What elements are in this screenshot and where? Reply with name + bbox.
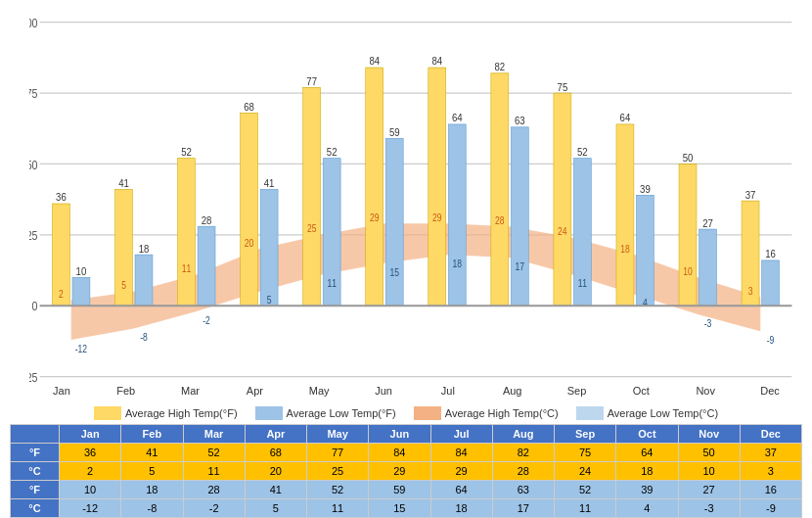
table-header-nov: Nov xyxy=(678,425,740,444)
svg-text:50: 50 xyxy=(29,158,38,171)
table-header-oct: Oct xyxy=(616,425,678,444)
svg-text:17: 17 xyxy=(516,261,524,272)
svg-rect-20 xyxy=(303,87,321,306)
svg-rect-28 xyxy=(554,93,571,306)
svg-text:20: 20 xyxy=(245,238,253,249)
grid-and-bars: -250255075100364152687784848275645037101… xyxy=(29,10,802,383)
svg-text:16: 16 xyxy=(765,248,776,260)
svg-rect-36 xyxy=(72,277,90,306)
table-cell-0-7: 82 xyxy=(492,444,554,462)
table-cell-0-4: 77 xyxy=(307,444,369,462)
table-row-3: °C-12-8-2511151817114-3-9 xyxy=(11,499,802,518)
table-cell-2-5: 59 xyxy=(369,481,430,499)
x-label-jan: Jan xyxy=(34,385,88,397)
table-header-apr: Apr xyxy=(245,425,306,444)
table-row-2: °F101828415259646352392716 xyxy=(11,481,802,499)
svg-rect-54 xyxy=(636,195,654,306)
table-cell-3-2: -2 xyxy=(183,499,245,518)
table-cell-0-6: 84 xyxy=(430,444,492,462)
table-cell-3-0: -12 xyxy=(60,499,121,518)
svg-text:-25: -25 xyxy=(29,370,38,383)
svg-text:75: 75 xyxy=(558,80,568,93)
table-row-label-1: °C xyxy=(11,462,60,481)
chart-inner: -250255075100364152687784848275645037101… xyxy=(29,10,802,400)
svg-text:36: 36 xyxy=(56,191,67,204)
table-cell-1-10: 10 xyxy=(678,462,740,481)
table-header-jan: Jan xyxy=(60,425,121,444)
svg-rect-38 xyxy=(135,255,153,306)
svg-text:2: 2 xyxy=(59,289,64,300)
table-cell-0-5: 84 xyxy=(369,444,430,462)
x-label-mar: Mar xyxy=(163,385,217,397)
table-cell-1-8: 24 xyxy=(555,462,616,481)
legend-label-1: Average Low Temp(°F) xyxy=(287,407,396,419)
table-cell-0-11: 37 xyxy=(740,444,801,462)
table-cell-0-0: 36 xyxy=(60,444,121,462)
legend-item-3: Average Low Temp(°C) xyxy=(576,406,718,420)
svg-text:77: 77 xyxy=(306,74,317,87)
table-cell-1-3: 20 xyxy=(245,462,306,481)
svg-text:18: 18 xyxy=(620,244,629,255)
x-label-dec: Dec xyxy=(744,385,797,397)
table-header-jun: Jun xyxy=(369,425,430,444)
svg-text:64: 64 xyxy=(452,112,463,124)
svg-text:82: 82 xyxy=(494,60,505,72)
table-cell-1-4: 25 xyxy=(307,462,369,481)
table-row-label-3: °C xyxy=(11,499,60,518)
svg-text:0: 0 xyxy=(32,299,38,312)
table-header-mar: Mar xyxy=(183,425,245,444)
table-cell-3-4: 11 xyxy=(307,499,369,518)
table-cell-1-5: 29 xyxy=(369,462,430,481)
svg-text:29: 29 xyxy=(370,212,379,223)
svg-text:63: 63 xyxy=(515,114,525,126)
svg-text:24: 24 xyxy=(558,227,566,238)
table-header-dec: Dec xyxy=(740,425,801,444)
svg-text:59: 59 xyxy=(389,125,400,138)
svg-text:3: 3 xyxy=(748,286,753,297)
svg-text:41: 41 xyxy=(264,176,275,189)
table-row-label-2: °F xyxy=(11,481,60,499)
svg-text:-3: -3 xyxy=(704,318,712,329)
svg-text:84: 84 xyxy=(431,55,442,68)
svg-rect-46 xyxy=(385,138,403,306)
svg-text:29: 29 xyxy=(432,212,441,223)
table-cell-2-2: 28 xyxy=(183,481,245,499)
svg-text:11: 11 xyxy=(182,263,191,274)
table-cell-3-5: 15 xyxy=(369,499,430,518)
table-header-sep: Sep xyxy=(555,425,616,444)
svg-text:10: 10 xyxy=(683,266,692,277)
table-header-aug: Aug xyxy=(492,425,554,444)
svg-text:27: 27 xyxy=(702,216,713,229)
table-cell-2-9: 39 xyxy=(616,481,678,499)
svg-rect-16 xyxy=(178,159,196,306)
svg-text:37: 37 xyxy=(745,188,756,201)
table-cell-3-7: 17 xyxy=(492,499,554,518)
x-axis-labels: JanFebMarAprMayJunJulAugSepOctNovDec xyxy=(29,383,802,400)
table-header-feb: Feb xyxy=(121,425,183,444)
svg-text:-2: -2 xyxy=(203,315,210,326)
svg-rect-30 xyxy=(616,124,634,306)
svg-text:5: 5 xyxy=(267,296,272,306)
legend: Average High Temp(°F)Average Low Temp(°F… xyxy=(10,400,802,424)
table-cell-2-11: 16 xyxy=(740,481,801,499)
svg-text:41: 41 xyxy=(118,176,129,189)
legend-item-1: Average Low Temp(°F) xyxy=(255,406,396,420)
table-header-empty xyxy=(11,425,60,444)
svg-rect-22 xyxy=(366,68,383,306)
svg-text:-9: -9 xyxy=(767,335,775,346)
x-label-jun: Jun xyxy=(357,385,411,397)
legend-label-3: Average Low Temp(°C) xyxy=(608,407,718,419)
table-cell-2-7: 63 xyxy=(492,481,554,499)
legend-item-0: Average High Temp(°F) xyxy=(94,406,238,420)
table-cell-1-0: 2 xyxy=(60,462,121,481)
table-cell-1-7: 28 xyxy=(492,462,554,481)
table-row-label-0: °F xyxy=(11,444,60,462)
svg-rect-24 xyxy=(429,68,446,306)
svg-text:68: 68 xyxy=(244,100,254,113)
svg-rect-26 xyxy=(491,73,509,306)
table-cell-0-1: 41 xyxy=(121,444,183,462)
table-cell-1-11: 3 xyxy=(740,462,801,481)
x-label-may: May xyxy=(293,385,346,397)
svg-text:11: 11 xyxy=(578,278,587,289)
svg-rect-56 xyxy=(699,229,717,306)
